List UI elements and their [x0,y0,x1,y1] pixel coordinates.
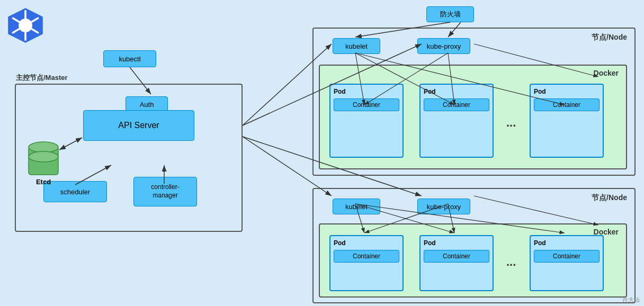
node1-label: 节点/Node [592,33,627,42]
pod2-2-label: Pod [424,239,489,247]
kube-proxy1-label: kube-proxy [427,42,461,50]
controller-box: controller- manager [133,177,197,206]
kubelet2-box: kubelet [333,199,380,214]
kube-proxy1-box: kube-proxy [417,38,470,54]
pod2-3-label: Pod [534,239,600,247]
svg-point-9 [29,142,58,152]
master-box: 主控节点/Master Auth API Server scheduler co… [15,84,243,232]
master-label: 主控节点/Master [16,73,68,83]
controller-label: controller- manager [151,183,179,200]
container2-2-box: Container [424,250,489,263]
svg-point-1 [19,19,32,32]
pod1-1-label: Pod [334,88,399,95]
pod1-3-label: Pod [534,88,600,95]
kubelet2-label: kubelet [345,203,368,211]
dots2: ... [506,255,516,269]
kubelet1-label: kubelet [345,42,368,50]
etcd-group: Etcd [26,138,60,186]
k8s-logo [6,6,44,44]
svg-point-10 [29,151,58,162]
kubectl-box: kubectl [103,50,156,67]
firewall-label: 防火墙 [440,10,461,19]
pod2-1-label: Pod [334,239,399,247]
kubelet1-box: kubelet [333,38,380,54]
container1-1-box: Container [334,98,399,111]
pod1-3-group: Pod Container [530,84,604,158]
container2-3-box: Container [534,250,600,263]
node2-label: 节点/Node [592,193,627,203]
pod1-1-group: Pod Container [329,84,404,158]
kube-proxy2-label: kube-proxy [427,203,461,211]
container1-3-box: Container [534,98,600,111]
container2-1-box: Container [334,250,399,263]
kubectl-label: kubectl [119,55,140,63]
firewall-box: 防火墙 [426,6,474,22]
pod2-1-group: Pod Container [329,235,404,291]
watermark: 许大仙 [622,296,640,304]
docker1-box: Docker Pod Container Pod Container [319,65,627,169]
pod1-2-group: Pod Container [419,84,494,158]
node1-box: 节点/Node kubelet kube-proxy Docker Pod Co… [312,28,636,176]
kube-proxy2-box: kube-proxy [417,199,470,214]
pod1-2-label: Pod [424,88,489,95]
node2-box: 节点/Node kubelet kube-proxy Docker Pod Co… [312,188,636,303]
container1-2-box: Container [424,98,489,111]
docker2-box: Docker Pod Container Pod Container [319,223,627,298]
apiserver-box: API Server [83,110,194,141]
pod2-3-group: Pod Container [530,235,604,291]
dots1: ... [506,116,516,130]
scheduler-label: scheduler [60,188,90,196]
pod2-2-group: Pod Container [419,235,494,291]
auth-label: Auth [140,101,154,109]
docker1-label: Docker [594,69,619,77]
diagram-container: kubectl 主控节点/Master Auth API Server sche… [0,0,644,306]
apiserver-label: API Server [118,121,159,130]
